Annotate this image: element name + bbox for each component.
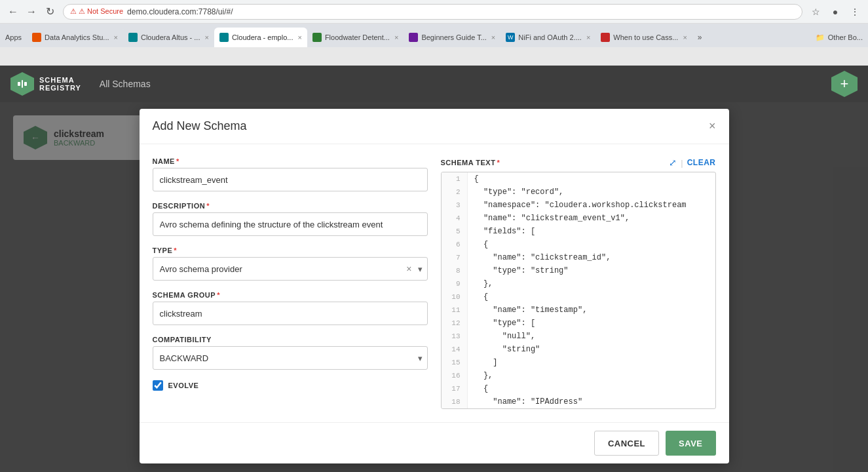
name-required-star: * [176,157,179,165]
menu-button[interactable]: ⋮ [847,4,863,20]
modal-title: Add New Schema [153,119,247,133]
form-right: SCHEMA TEXT* ⤢ | CLEAR 1 { [441,157,716,409]
compatibility-form-group: COMPATIBILITY BACKWARD FORWARD FULL NONE… [153,336,428,370]
code-line-8: 8 "type": "string" [442,264,715,277]
description-label: DESCRIPTION* [153,202,428,210]
modal-body: NAME* DESCRIPTION* [140,144,729,422]
back-button[interactable]: ← [5,4,21,20]
tab-beginners-guide[interactable]: Beginners Guide T... × [404,28,500,47]
favicon-cloudera-employ [219,33,229,42]
code-editor[interactable]: 1 { 2 "type": "record", 3 "namespace": "… [441,172,716,409]
tab-floodwater[interactable]: Floodwater Detent... × [307,28,404,47]
code-line-17: 17 { [442,382,715,395]
browser-actions: ☆ ● ⋮ [808,4,863,20]
code-line-5: 5 "fields": [ [442,225,715,238]
tab-apps[interactable]: Apps [0,28,27,47]
tab-cloudera-employ[interactable]: Cloudera - emplo... × [214,28,307,47]
type-required-star: * [174,246,177,254]
modal-close-button[interactable]: × [709,119,716,133]
tab-close-beginners-guide[interactable]: × [491,33,495,41]
description-input[interactable] [153,212,428,236]
desc-required-star: * [206,202,210,210]
tab-cloudera-altus[interactable]: Cloudera Altus - ... × [123,28,214,47]
compatibility-select-wrapper: BACKWARD FORWARD FULL NONE ▾ [153,346,428,370]
code-line-6: 6 { [442,238,715,251]
tab-close-data-analytics[interactable]: × [114,33,118,41]
schema-text-actions: ⤢ | CLEAR [669,157,715,168]
address-bar[interactable]: ⚠ ⚠ Not Secure demo.cloudera.com:7788/ui… [63,4,802,20]
schema-group-input[interactable] [153,302,428,325]
tab-when-to-use[interactable]: When to use Cass... × [595,28,692,47]
schema-text-divider: | [681,158,683,168]
code-line-9: 9 }, [442,277,715,290]
svg-rect-2 [24,82,27,86]
add-schema-button[interactable]: + [831,71,858,97]
favicon-beginners-guide [409,33,418,42]
warning-icon: ⚠ [70,7,77,16]
tab-close-cloudera-employ[interactable]: × [297,33,301,41]
code-line-11: 11 "name": "timestamp", [442,304,715,317]
favicon-floodwater [312,33,322,42]
type-form-group: TYPE* Avro schema provider × ▾ [153,246,428,281]
favicon-nifi-oauth: W [506,33,515,42]
code-line-3: 3 "namespace": "cloudera.workshop.clicks… [442,199,715,212]
description-form-group: DESCRIPTION* [153,202,428,236]
app-header: SCHEMA REGISTRY All Schemas + [0,66,868,102]
tab-close-nifi-oauth[interactable]: × [586,33,590,41]
modal-header: Add New Schema × [140,109,729,144]
schema-group-required-star: * [217,291,220,299]
compatibility-label: COMPATIBILITY [153,336,428,344]
svg-rect-0 [18,82,20,86]
cancel-button[interactable]: CANCEL [594,431,659,456]
tab-data-analytics[interactable]: Data Analytics Stu... × [27,28,123,47]
save-button[interactable]: SAVE [666,431,715,456]
code-line-7: 7 "name": "clickstream_id", [442,251,715,264]
logo-text: SCHEMA REGISTRY [39,76,81,92]
schema-text-required-star: * [497,159,500,167]
favicon-when-to-use [601,33,610,42]
address-text: demo.cloudera.com:7788/ui/#/ [127,7,233,16]
tab-close-floodwater[interactable]: × [394,33,398,41]
app-content: ← clickstream BACKWARD ∨ Add New Schema … [0,102,868,472]
code-line-18: 18 "name": "IPAddress" [442,395,715,408]
schema-text-label: SCHEMA TEXT* [441,159,500,167]
tab-other-bookmarks[interactable]: 📁 Other Bo... [810,28,868,47]
browser-bar: ← → ↻ ⚠ ⚠ Not Secure demo.cloudera.com:7… [0,0,868,24]
name-form-group: NAME* [153,157,428,191]
tab-more-button[interactable]: » [692,28,708,47]
evolve-label[interactable]: EVOLVE [168,382,199,389]
tab-close-when-to-use[interactable]: × [683,33,687,41]
compatibility-select[interactable]: BACKWARD FORWARD FULL NONE [153,346,428,370]
schema-group-label: SCHEMA GROUP* [153,291,428,299]
tab-nifi-oauth[interactable]: W NiFi and OAuth 2.... × [500,28,595,47]
favicon-cloudera-altus [128,33,138,42]
logo-hexagon [10,72,34,96]
security-warning: ⚠ ⚠ Not Secure [70,7,123,16]
schema-registry-logo: SCHEMA REGISTRY [10,72,81,96]
svg-rect-1 [22,80,23,88]
tab-bar: Apps Data Analytics Stu... × Cloudera Al… [0,24,868,47]
code-line-16: 16 }, [442,369,715,382]
name-input[interactable] [153,168,428,191]
tab-close-cloudera-altus[interactable]: × [204,33,208,41]
type-select[interactable]: Avro schema provider [153,257,428,281]
code-line-15: 15 ] [442,356,715,369]
profile-button[interactable]: ● [827,4,843,20]
code-line-2: 2 "type": "record", [442,186,715,199]
code-line-13: 13 "null", [442,330,715,343]
bookmark-star-button[interactable]: ☆ [808,4,823,20]
modal-overlay: Add New Schema × NAME* [0,102,868,472]
favicon-data-analytics [32,33,41,42]
schema-text-header: SCHEMA TEXT* ⤢ | CLEAR [441,157,716,168]
schema-group-form-group: SCHEMA GROUP* [153,291,428,325]
schema-text-expand-button[interactable]: ⤢ [669,157,677,168]
browser-nav-buttons: ← → ↻ [5,4,58,20]
evolve-checkbox[interactable] [153,380,163,391]
reload-button[interactable]: ↻ [42,4,58,20]
type-clear-icon[interactable]: × [406,264,411,274]
code-line-14: 14 "string" [442,343,715,356]
evolve-checkbox-row: EVOLVE [153,380,428,391]
forward-button[interactable]: → [24,4,39,20]
bookmarks-folder-icon: 📁 [816,33,825,42]
schema-text-clear-button[interactable]: CLEAR [687,158,716,167]
